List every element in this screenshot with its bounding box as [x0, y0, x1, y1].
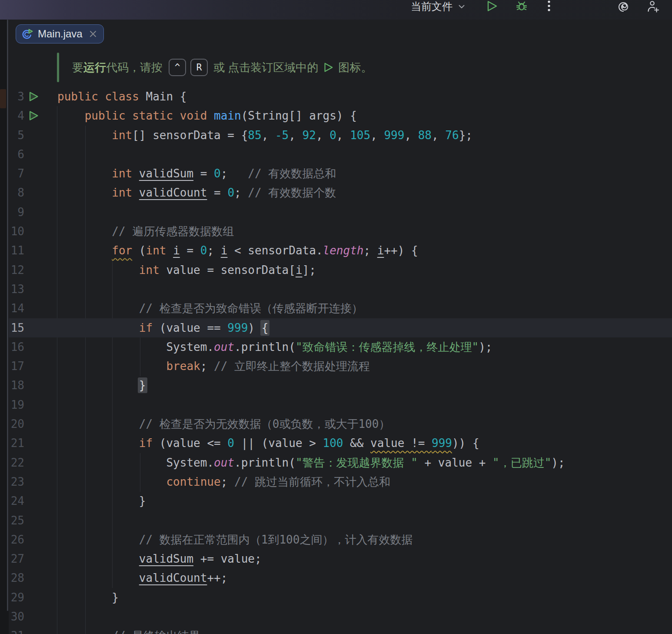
ai-assistant-icon[interactable] [616, 0, 630, 16]
code-line[interactable]: 8 int validCount = 0; // 有效数据个数 [9, 183, 672, 202]
code-line[interactable]: 20 // 检查是否为无效数据（0或负数，或大于100） [9, 414, 672, 434]
editor-panel: Main.java 要运行代码，请按 ^ R 或 点击装订区域中的 图标。 [9, 20, 672, 634]
tab-close-icon[interactable] [89, 30, 97, 38]
code-line[interactable]: 15 if (value == 999) { [9, 318, 672, 337]
code-line[interactable]: 31 // 最终输出结果 [9, 626, 672, 634]
line-number[interactable]: 29 [9, 588, 24, 607]
line-number[interactable]: 8 [9, 183, 24, 202]
code-text: for (int i = 0; i < sensorData.length; i… [57, 241, 418, 260]
keycap-ctrl: ^ [169, 59, 186, 76]
code-text: validCount++; [57, 568, 227, 587]
code-text: int[] sensorData = {85, -5, 92, 0, 105, … [57, 126, 472, 145]
line-number[interactable]: 21 [9, 434, 24, 453]
line-number[interactable]: 16 [9, 337, 24, 357]
code-text: if (value == 999) { [57, 318, 268, 337]
run-hint-bar [57, 53, 59, 82]
code-line[interactable]: 7 int validSum = 0; // 有效数据总和 [9, 164, 672, 183]
code-line[interactable]: 11 for (int i = 0; i < sensorData.length… [9, 241, 672, 260]
banner-prefix: 要 [72, 60, 83, 75]
code-line[interactable]: 3public class Main { [9, 87, 672, 106]
line-number[interactable]: 15 [9, 318, 24, 337]
code-line[interactable]: 10 // 遍历传感器数据数组 [9, 222, 672, 241]
code-line[interactable]: 21 if (value <= 0 || (value > 100 && val… [9, 434, 672, 453]
left-strip-marker [0, 89, 6, 108]
line-number[interactable]: 30 [9, 607, 24, 626]
line-number[interactable]: 26 [9, 530, 24, 549]
code-line[interactable]: 9 [9, 203, 672, 222]
code-with-me-icon[interactable] [646, 0, 660, 16]
line-number[interactable]: 13 [9, 280, 24, 299]
line-number[interactable]: 25 [9, 511, 24, 530]
code-line[interactable]: 30 [9, 607, 672, 626]
more-actions-icon[interactable] [546, 0, 552, 14]
run-gutter-icon[interactable] [28, 110, 39, 121]
code-line[interactable]: 13 [9, 280, 672, 299]
editor-tab-bar: Main.java [9, 20, 672, 48]
code-line[interactable]: 27 validSum += value; [9, 549, 672, 568]
main-toolbar: 当前文件 [0, 0, 672, 20]
code-line[interactable]: 26 // 数据在正常范围内（1到100之间），计入有效数据 [9, 530, 672, 549]
code-text: // 检查是否为无效数据（0或负数，或大于100） [57, 414, 390, 434]
debug-button[interactable] [516, 0, 528, 14]
line-number[interactable]: 20 [9, 414, 24, 434]
code-line[interactable]: 18 } [9, 376, 672, 395]
code-editor[interactable]: 要运行代码，请按 ^ R 或 点击装订区域中的 图标。 3public clas… [9, 48, 672, 634]
line-number[interactable]: 31 [9, 626, 24, 634]
code-line[interactable]: 19 [9, 395, 672, 414]
line-number[interactable]: 22 [9, 453, 24, 472]
code-text: int validCount = 0; // 有效数据个数 [57, 183, 336, 202]
code-line[interactable]: 12 int value = sensorData[i]; [9, 260, 672, 280]
line-number[interactable]: 28 [9, 568, 24, 587]
code-line[interactable]: 4 public static void main(String[] args)… [9, 106, 672, 125]
code-text: public class Main { [57, 87, 186, 106]
run-button[interactable] [486, 0, 498, 14]
java-runnable-class-icon [21, 28, 33, 40]
run-hint-banner: 要运行代码，请按 ^ R 或 点击装订区域中的 图标。 [57, 52, 372, 83]
tool-window-divider[interactable] [7, 20, 8, 611]
line-number[interactable]: 19 [9, 395, 24, 414]
chevron-down-icon [458, 3, 466, 10]
line-number[interactable]: 27 [9, 549, 24, 568]
code-line[interactable]: 22 System.out.println("警告：发现越界数据 " + val… [9, 453, 672, 472]
code-text: if (value <= 0 || (value > 100 && value … [57, 434, 479, 453]
code-text: public static void main(String[] args) { [57, 106, 357, 125]
code-line[interactable]: 25 [9, 511, 672, 530]
line-number[interactable]: 5 [9, 126, 24, 145]
banner-emphasis: 运行 [83, 60, 106, 75]
line-number[interactable]: 9 [9, 203, 24, 222]
line-number[interactable]: 12 [9, 260, 24, 280]
line-number[interactable]: 23 [9, 472, 24, 491]
code-line[interactable]: 28 validCount++; [9, 568, 672, 587]
code-text: validSum += value; [57, 549, 262, 568]
code-text: // 数据在正常范围内（1到100之间），计入有效数据 [57, 530, 413, 549]
code-text: } [57, 491, 146, 511]
banner-middle: 代码，请按 [106, 60, 163, 75]
banner-play-icon [323, 62, 334, 73]
line-number[interactable]: 24 [9, 491, 24, 511]
run-configuration-dropdown[interactable]: 当前文件 [411, 0, 466, 13]
code-text: break; // 立即终止整个数据处理流程 [57, 357, 370, 376]
line-number[interactable]: 3 [9, 87, 24, 106]
line-number[interactable]: 17 [9, 357, 24, 376]
code-line[interactable]: 17 break; // 立即终止整个数据处理流程 [9, 357, 672, 376]
line-number[interactable]: 4 [9, 106, 24, 125]
code-line[interactable]: 24 } [9, 491, 672, 511]
line-number[interactable]: 7 [9, 164, 24, 183]
code-line[interactable]: 6 [9, 145, 672, 164]
code-line[interactable]: 5 int[] sensorData = {85, -5, 92, 0, 105… [9, 126, 672, 145]
line-number[interactable]: 10 [9, 222, 24, 241]
code-line[interactable]: 16 System.out.println("致命错误：传感器掉线，终止处理")… [9, 337, 672, 357]
run-gutter-icon[interactable] [28, 91, 39, 102]
code-line[interactable]: 29 } [9, 588, 672, 607]
line-number[interactable]: 6 [9, 145, 24, 164]
line-number[interactable]: 14 [9, 299, 24, 318]
line-number[interactable]: 18 [9, 376, 24, 395]
code-line[interactable]: 23 continue; // 跳过当前循环，不计入总和 [9, 472, 672, 491]
code-text: // 遍历传感器数据数组 [57, 222, 234, 241]
code-text: continue; // 跳过当前循环，不计入总和 [57, 472, 390, 491]
banner-after-keys: 或 点击装订区域中的 [213, 60, 318, 75]
run-configuration-label: 当前文件 [411, 0, 452, 13]
line-number[interactable]: 11 [9, 241, 24, 260]
tab-main-java[interactable]: Main.java [16, 24, 104, 43]
code-line[interactable]: 14 // 检查是否为致命错误（传感器断开连接） [9, 299, 672, 318]
